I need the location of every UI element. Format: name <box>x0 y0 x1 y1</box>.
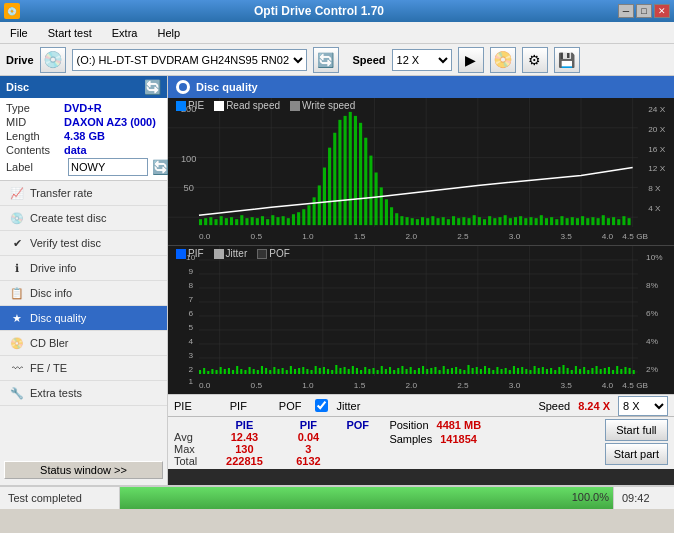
titlebar: 💿 Opti Drive Control 1.70 ─ □ ✕ <box>0 0 674 22</box>
nav-extra-tests[interactable]: 🔧 Extra tests <box>0 381 167 406</box>
svg-rect-84 <box>540 215 543 225</box>
svg-rect-213 <box>472 368 474 374</box>
disc-label-icon[interactable]: 🔄 <box>152 159 169 175</box>
svg-rect-219 <box>496 367 498 374</box>
svg-rect-203 <box>430 368 432 374</box>
table-row-max: Max 130 3 <box>174 443 381 455</box>
svg-rect-20 <box>209 217 212 225</box>
svg-rect-39 <box>307 205 310 225</box>
legend-pif: PIF <box>176 248 204 259</box>
maximize-button[interactable]: □ <box>636 4 652 18</box>
start-full-button[interactable]: Start full <box>605 419 668 441</box>
nav-drive-info[interactable]: ℹ Drive info <box>0 256 167 281</box>
nav-verify-test-disc[interactable]: ✔ Verify test disc <box>0 231 167 256</box>
svg-rect-205 <box>439 370 441 374</box>
chart-top: PIE Read speed Write speed <box>168 98 674 246</box>
settings-button[interactable]: ⚙ <box>522 47 548 73</box>
svg-rect-148 <box>203 368 205 374</box>
position-area: Position 4481 MB Samples 141854 <box>389 419 596 445</box>
svg-text:1.0: 1.0 <box>302 232 314 241</box>
nav-drive-info-label: Drive info <box>30 262 76 274</box>
disc-type-row: Type DVD+R <box>6 102 161 114</box>
svg-rect-184 <box>352 366 354 374</box>
eject-button[interactable]: 📀 <box>490 47 516 73</box>
titlebar-title: Opti Drive Control 1.70 <box>20 4 618 18</box>
disc-mid-row: MID DAXON AZ3 (000) <box>6 116 161 128</box>
svg-rect-50 <box>364 138 367 225</box>
svg-rect-62 <box>426 218 429 225</box>
svg-rect-47 <box>349 112 352 225</box>
svg-rect-244 <box>600 369 602 374</box>
svg-text:4 X: 4 X <box>648 204 661 213</box>
menu-help[interactable]: Help <box>151 25 186 41</box>
svg-rect-101 <box>628 218 631 225</box>
svg-rect-185 <box>356 368 358 374</box>
speed-quality-select[interactable]: 8 X 4 X 12 X <box>618 396 668 416</box>
svg-rect-40 <box>313 197 316 225</box>
close-button[interactable]: ✕ <box>654 4 670 18</box>
svg-rect-51 <box>369 156 372 226</box>
svg-text:0.5: 0.5 <box>251 232 263 241</box>
pof-stat-label: POF <box>279 400 302 412</box>
svg-rect-92 <box>581 216 584 225</box>
speed-select[interactable]: 12 X <box>392 49 452 71</box>
menu-file[interactable]: File <box>4 25 34 41</box>
svg-rect-156 <box>236 366 238 374</box>
svg-rect-91 <box>576 218 579 225</box>
svg-rect-186 <box>360 370 362 374</box>
disc-label-input[interactable] <box>68 158 148 176</box>
svg-rect-224 <box>517 368 519 374</box>
legend-jitter: Jitter <box>214 248 248 259</box>
menu-start-test[interactable]: Start test <box>42 25 98 41</box>
svg-rect-69 <box>462 217 465 225</box>
svg-rect-201 <box>422 366 424 374</box>
svg-rect-32 <box>271 215 274 225</box>
status-window-button[interactable]: Status window >> <box>4 461 163 479</box>
drive-select[interactable]: (O:) HL-DT-ST DVDRAM GH24NS95 RN02 <box>72 49 307 71</box>
max-pof <box>334 443 381 455</box>
svg-text:4.5 GB: 4.5 GB <box>622 381 648 390</box>
nav-fe-te[interactable]: 〰 FE / TE <box>0 356 167 381</box>
svg-rect-195 <box>397 368 399 374</box>
svg-rect-97 <box>607 218 610 225</box>
bottom-chart-svg: 10 9 8 7 6 5 4 3 2 1 <box>168 246 674 394</box>
svg-rect-188 <box>368 369 370 374</box>
svg-rect-164 <box>269 370 271 374</box>
titlebar-left: 💿 <box>4 3 20 19</box>
svg-rect-202 <box>426 369 428 374</box>
nav-transfer-rate[interactable]: 📈 Transfer rate <box>0 181 167 206</box>
start-part-button[interactable]: Start part <box>605 443 668 465</box>
svg-rect-239 <box>579 369 581 374</box>
verify-test-disc-icon: ✔ <box>10 236 24 250</box>
avg-pie: 12.43 <box>206 431 283 443</box>
jitter-checkbox[interactable] <box>315 399 328 412</box>
nav-cd-bler[interactable]: 📀 CD Bler <box>0 331 167 356</box>
svg-rect-19 <box>204 218 207 225</box>
svg-rect-193 <box>389 367 391 374</box>
nav-create-test-disc[interactable]: 💿 Create test disc <box>0 206 167 231</box>
svg-text:2.0: 2.0 <box>406 232 418 241</box>
nav-disc-quality[interactable]: ★ Disc quality <box>0 306 167 331</box>
svg-rect-217 <box>488 368 490 374</box>
nav-disc-info[interactable]: 📋 Disc info <box>0 281 167 306</box>
svg-rect-211 <box>463 370 465 374</box>
arrow-right-button[interactable]: ▶ <box>458 47 484 73</box>
refresh-drive-button[interactable]: 🔄 <box>313 47 339 73</box>
svg-rect-90 <box>571 217 574 225</box>
svg-rect-192 <box>385 369 387 374</box>
disc-info: Type DVD+R MID DAXON AZ3 (000) Length 4.… <box>0 98 167 181</box>
svg-rect-31 <box>266 219 269 225</box>
svg-rect-230 <box>542 367 544 374</box>
svg-rect-174 <box>311 370 313 374</box>
svg-rect-22 <box>220 216 223 225</box>
save-button[interactable]: 💾 <box>554 47 580 73</box>
minimize-button[interactable]: ─ <box>618 4 634 18</box>
svg-rect-215 <box>480 369 482 374</box>
svg-rect-194 <box>393 370 395 374</box>
svg-rect-252 <box>633 370 635 374</box>
menu-extra[interactable]: Extra <box>106 25 144 41</box>
status-text: Test completed <box>0 487 120 509</box>
svg-text:2.5: 2.5 <box>457 232 469 241</box>
svg-rect-24 <box>230 217 233 225</box>
svg-rect-241 <box>587 370 589 374</box>
